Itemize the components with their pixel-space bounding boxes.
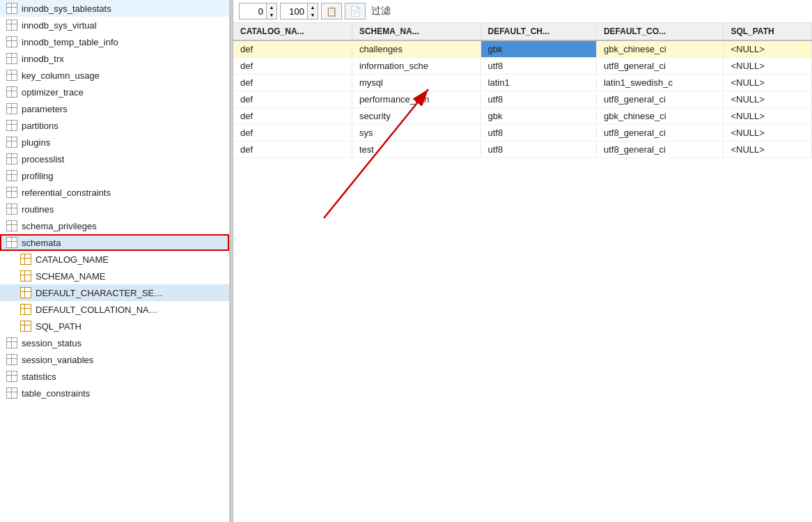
start-spinner-down[interactable]: ▼ — [267, 11, 276, 19]
start-spinner-up[interactable]: ▲ — [267, 3, 276, 11]
tree-item-session_variables[interactable]: session_variables — [0, 351, 229, 368]
tree-item-processlist[interactable]: processlist — [0, 151, 229, 167]
tree-item-SCHEMA_NAME[interactable]: SCHEMA_NAME — [0, 268, 229, 284]
tree-item-label: profiling — [22, 171, 54, 181]
table-row[interactable]: defchallengesgbkgbk_chinese_ci<NULL> — [233, 40, 812, 58]
tree-item-schemata[interactable]: schemata — [0, 234, 229, 251]
table-icon — [6, 20, 17, 31]
table-icon — [6, 387, 17, 399]
filter-label: 过滤 — [371, 5, 391, 17]
tree-item-label: key_column_usage — [22, 70, 100, 81]
tree-item-plugins[interactable]: plugins — [0, 134, 229, 151]
tree-item-CATALOG_NAME[interactable]: CATALOG_NAME — [0, 251, 229, 268]
table-cell-2-1: mysql — [352, 75, 481, 91]
copy-icon: 📄 — [350, 6, 361, 17]
tree-item-schema_privileges[interactable]: schema_privileges — [0, 217, 229, 234]
tree-item-profiling[interactable]: profiling — [0, 167, 229, 184]
table-icon — [6, 137, 17, 148]
table-icon — [6, 153, 17, 164]
tree-item-SQL_PATH[interactable]: SQL_PATH — [0, 318, 229, 335]
table-cell-2-3: latin1_swedish_c — [596, 75, 723, 91]
start-spinner: ▲ ▼ — [267, 3, 277, 20]
tree-item-label: referential_constraints — [22, 187, 111, 198]
table-row[interactable]: defmysqllatin1latin1_swedish_c<NULL> — [233, 75, 812, 91]
table-icon — [6, 120, 17, 131]
table-cell-2-0: def — [233, 75, 352, 91]
table-cell-4-2: gbk — [481, 108, 596, 125]
table-cell-6-2: utf8 — [481, 141, 596, 158]
column-icon — [20, 321, 31, 332]
tree-item-DEFAULT_CHARACTER_SET[interactable]: DEFAULT_CHARACTER_SE… — [0, 284, 229, 301]
tree-item-label: SQL_PATH — [36, 321, 81, 332]
table-icon — [6, 86, 17, 98]
tree-item-label: table_constraints — [22, 388, 90, 399]
export-button[interactable]: 📋 — [321, 3, 342, 20]
tree-item-label: innodb_temp_table_info — [22, 37, 118, 47]
tree-item-table_constraints[interactable]: table_constraints — [0, 385, 229, 401]
tree-item-label: SCHEMA_NAME — [36, 271, 105, 282]
table-body: defchallengesgbkgbk_chinese_ci<NULL>defi… — [233, 40, 812, 158]
data-table: CATALOG_NA...SCHEMA_NA...DEFAULT_CH...DE… — [233, 23, 812, 158]
tree-item-session_status[interactable]: session_status — [0, 335, 229, 351]
col-header-4[interactable]: SQL_PATH — [724, 23, 812, 40]
table-icon — [6, 237, 17, 248]
tree-list[interactable]: innodb_sys_tablestatsinnodb_sys_virtuali… — [0, 0, 229, 522]
col-header-3[interactable]: DEFAULT_CO... — [596, 23, 723, 40]
tree-item-innodb_temp_table_info[interactable]: innodb_temp_table_info — [0, 33, 229, 50]
end-spinner-down[interactable]: ▼ — [308, 11, 318, 19]
left-panel: innodb_sys_tablestatsinnodb_sys_virtuali… — [0, 0, 230, 522]
tree-item-parameters[interactable]: parameters — [0, 100, 229, 117]
table-cell-1-4: <NULL> — [724, 58, 812, 75]
table-row[interactable]: defsysutf8utf8_general_ci<NULL> — [233, 125, 812, 141]
table-row[interactable]: definformation_scheutf8utf8_general_ci<N… — [233, 58, 812, 75]
start-value-input[interactable] — [239, 3, 267, 20]
tree-item-referential_constraints[interactable]: referential_constraints — [0, 184, 229, 201]
table-icon — [6, 3, 17, 14]
right-panel-inner: CATALOG_NA...SCHEMA_NA...DEFAULT_CH...DE… — [233, 23, 812, 522]
tree-item-label: innodb_trx — [22, 54, 64, 64]
table-cell-4-1: security — [352, 108, 481, 125]
tree-item-innodb_sys_tablestats[interactable]: innodb_sys_tablestats — [0, 0, 229, 17]
table-cell-2-4: <NULL> — [724, 75, 812, 91]
table-icon — [6, 36, 17, 47]
table-cell-6-1: test — [352, 141, 481, 158]
table-row[interactable]: defsecuritygbkgbk_chinese_ci<NULL> — [233, 108, 812, 125]
table-cell-3-2: utf8 — [481, 91, 596, 108]
table-cell-3-4: <NULL> — [724, 91, 812, 108]
tree-item-optimizer_trace[interactable]: optimizer_trace — [0, 84, 229, 100]
data-table-wrapper[interactable]: CATALOG_NA...SCHEMA_NA...DEFAULT_CH...DE… — [233, 23, 812, 522]
table-cell-0-4: <NULL> — [724, 40, 812, 58]
copy-button[interactable]: 📄 — [345, 3, 366, 20]
tree-item-statistics[interactable]: statistics — [0, 368, 229, 385]
tree-item-label: optimizer_trace — [22, 87, 84, 98]
tree-item-label: session_status — [22, 338, 81, 348]
table-cell-1-0: def — [233, 58, 352, 75]
column-icon — [20, 287, 31, 298]
table-icon — [6, 204, 17, 215]
col-header-2[interactable]: DEFAULT_CH... — [481, 23, 596, 40]
tree-item-innodb_trx[interactable]: innodb_trx — [0, 50, 229, 67]
col-header-1[interactable]: SCHEMA_NA... — [352, 23, 481, 40]
table-cell-6-4: <NULL> — [724, 141, 812, 158]
table-cell-6-3: utf8_general_ci — [596, 141, 723, 158]
table-cell-5-0: def — [233, 125, 352, 141]
tree-item-innodb_sys_virtual[interactable]: innodb_sys_virtual — [0, 17, 229, 33]
end-spinner: ▲ ▼ — [308, 3, 318, 20]
tree-item-DEFAULT_COLLATION_NA[interactable]: DEFAULT_COLLATION_NA… — [0, 301, 229, 318]
table-cell-5-4: <NULL> — [724, 125, 812, 141]
tree-item-partitions[interactable]: partitions — [0, 117, 229, 134]
table-row[interactable]: deftestutf8utf8_general_ci<NULL> — [233, 141, 812, 158]
col-header-0[interactable]: CATALOG_NA... — [233, 23, 352, 40]
table-cell-4-4: <NULL> — [724, 108, 812, 125]
end-value-group: ▲ ▼ — [280, 3, 318, 20]
tree-item-routines[interactable]: routines — [0, 201, 229, 217]
table-cell-3-3: utf8_general_ci — [596, 91, 723, 108]
table-cell-3-0: def — [233, 91, 352, 108]
start-value-group: ▲ ▼ — [239, 3, 277, 20]
table-cell-1-3: utf8_general_ci — [596, 58, 723, 75]
table-row[interactable]: defperformance_schutf8utf8_general_ci<NU… — [233, 91, 812, 108]
end-value-input[interactable] — [280, 3, 308, 20]
tree-item-key_column_usage[interactable]: key_column_usage — [0, 67, 229, 84]
end-spinner-up[interactable]: ▲ — [308, 3, 318, 11]
table-icon — [6, 187, 17, 198]
